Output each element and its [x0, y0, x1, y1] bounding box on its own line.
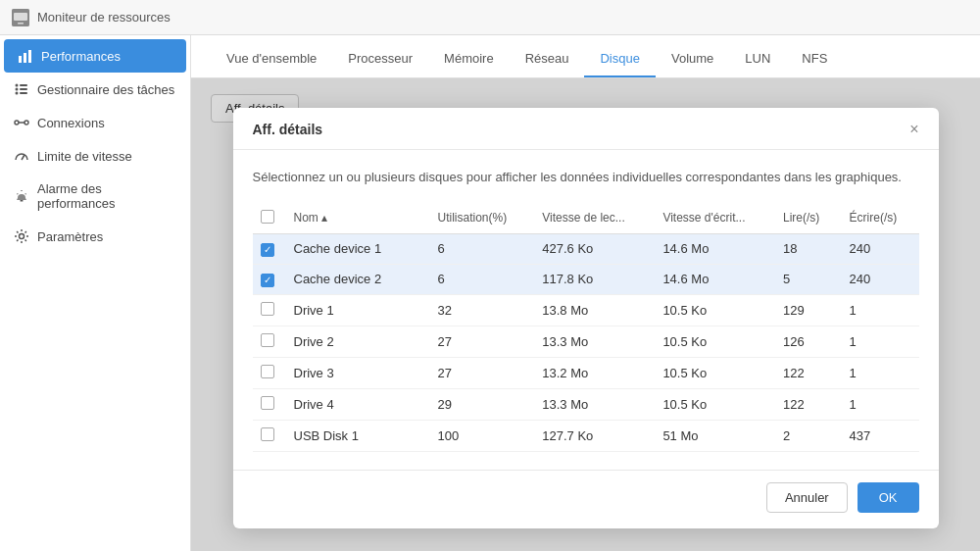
tab-volume[interactable]: Volume	[656, 41, 729, 77]
row-6-checkbox[interactable]	[261, 427, 274, 441]
row-0-lec: 427.6 Ko	[532, 233, 653, 264]
row-3-lec: 13.3 Mo	[532, 326, 653, 357]
app-icon	[12, 9, 29, 26]
sidebar-item-performances[interactable]: Performances	[4, 39, 186, 73]
svg-point-8	[16, 92, 19, 95]
row-7-utilisation: 6	[427, 451, 532, 458]
row-3-ecrire: 1	[840, 326, 919, 357]
svg-rect-4	[24, 53, 26, 63]
row-2-ecrit: 10.5 Ko	[653, 294, 773, 326]
tab-nfs[interactable]: NFS	[786, 41, 843, 77]
row-5-checkbox-cell	[253, 388, 284, 420]
connection-icon	[14, 115, 29, 130]
svg-rect-16	[21, 200, 24, 202]
sidebar-item-performances-label: Performances	[41, 49, 121, 64]
row-7-name: Drive 1 (DX517-1)	[284, 451, 428, 458]
col-ecrire: Écrire(/s)	[840, 203, 919, 234]
row-1-utilisation: 6	[427, 264, 532, 294]
sidebar-item-alarme[interactable]: Alarme des performances	[0, 173, 190, 220]
row-6-lec: 127.7 Ko	[532, 420, 653, 451]
row-3-checkbox-cell	[253, 326, 284, 357]
modal-header: Aff. détails ×	[233, 108, 939, 150]
topbar: Moniteur de ressources	[0, 0, 980, 35]
svg-rect-11	[20, 92, 27, 94]
alarm-icon	[14, 188, 29, 204]
col-utilisation: Utilisation(%)	[427, 203, 532, 234]
row-0-checkbox-cell	[253, 233, 284, 264]
row-4-name: Drive 3	[284, 357, 428, 388]
row-6-lire: 2	[773, 420, 840, 451]
table-row: Drive 13213.8 Mo10.5 Ko1291	[253, 294, 919, 326]
sidebar-item-parametres[interactable]: Paramètres	[0, 220, 190, 253]
sidebar-item-limite-label: Limite de vitesse	[37, 149, 132, 164]
row-4-utilisation: 27	[427, 357, 532, 388]
tab-disque[interactable]: Disque	[584, 41, 655, 77]
tab-lun[interactable]: LUN	[729, 41, 786, 77]
modal-overlay: Aff. détails × Sélectionnez un ou plusie…	[191, 78, 980, 551]
sidebar-item-connexions[interactable]: Connexions	[0, 106, 190, 139]
modal-body: Sélectionnez un ou plusieurs disques pou…	[233, 150, 939, 470]
svg-line-15	[22, 155, 24, 160]
row-2-lec: 13.8 Mo	[532, 294, 653, 326]
row-0-checkbox[interactable]	[261, 243, 274, 257]
modal-title: Aff. détails	[253, 122, 323, 137]
svg-rect-3	[19, 56, 22, 63]
row-0-lire: 18	[773, 233, 840, 264]
sidebar-item-alarme-label: Alarme des performances	[37, 181, 176, 211]
row-1-checkbox[interactable]	[261, 274, 274, 287]
content-area: Vue d'ensemble Processeur Mémoire Réseau…	[191, 35, 980, 551]
modal-table-wrap[interactable]: Nom ▴ Utilisation(%) Vitesse de lec... V…	[253, 203, 919, 458]
row-2-lire: 129	[773, 294, 840, 326]
row-0-name: Cache device 1	[284, 233, 428, 264]
speed-icon	[14, 148, 29, 164]
table-row: Drive 22713.3 Mo10.5 Ko1261	[253, 326, 919, 357]
row-4-checkbox[interactable]	[261, 365, 274, 378]
modal-footer: Annuler OK	[233, 470, 939, 528]
row-1-name: Cache device 2	[284, 264, 428, 294]
row-6-name: USB Disk 1	[284, 420, 428, 451]
row-3-ecrit: 10.5 Ko	[653, 326, 773, 357]
modal-description: Sélectionnez un ou plusieurs disques pou…	[253, 168, 919, 187]
row-4-ecrit: 10.5 Ko	[653, 357, 773, 388]
row-2-ecrire: 1	[840, 294, 919, 326]
ok-button[interactable]: OK	[858, 482, 919, 513]
row-1-ecrire: 240	[840, 264, 919, 294]
cancel-button[interactable]: Annuler	[766, 482, 848, 513]
row-7-checkbox-cell	[253, 451, 284, 458]
row-4-ecrire: 1	[840, 357, 919, 388]
row-1-lire: 5	[773, 264, 840, 294]
tab-reseau[interactable]: Réseau	[510, 41, 585, 77]
row-2-checkbox-cell	[253, 294, 284, 326]
tab-processeur[interactable]: Processeur	[332, 41, 428, 77]
tab-vue[interactable]: Vue d'ensemble	[211, 41, 332, 77]
svg-rect-1	[14, 13, 27, 21]
tab-memoire[interactable]: Mémoire	[428, 41, 510, 77]
select-all-checkbox[interactable]	[261, 210, 274, 224]
row-7-ecrire: 0	[840, 451, 919, 458]
table-header: Nom ▴ Utilisation(%) Vitesse de lec... V…	[253, 203, 919, 234]
content-body: Aff. détails 0 155 Vitesse d'écriture (M…	[191, 78, 980, 551]
svg-point-6	[16, 84, 19, 87]
svg-rect-2	[18, 23, 24, 25]
row-6-utilisation: 100	[427, 420, 532, 451]
modal-dialog: Aff. détails × Sélectionnez un ou plusie…	[233, 108, 939, 528]
row-0-utilisation: 6	[427, 233, 532, 264]
sidebar-item-gestionnaire[interactable]: Gestionnaire des tâches	[0, 73, 190, 106]
table-row: Drive 1 (DX517-1)65.6 Mo0 Octets140	[253, 451, 919, 458]
tasks-icon	[14, 81, 29, 97]
col-ecrit: Vitesse d'écrit...	[653, 203, 773, 234]
row-7-lire: 14	[773, 451, 840, 458]
sidebar-item-parametres-label: Paramètres	[37, 229, 103, 244]
table-row: Drive 32713.2 Mo10.5 Ko1221	[253, 357, 919, 388]
table-row: USB Disk 1100127.7 Ko51 Mo2437	[253, 420, 919, 451]
row-5-checkbox[interactable]	[261, 396, 274, 410]
sidebar-item-gestionnaire-label: Gestionnaire des tâches	[37, 82, 174, 97]
row-1-checkbox-cell	[253, 264, 284, 294]
row-3-lire: 126	[773, 326, 840, 357]
table-body: Cache device 16427.6 Ko14.6 Mo18240Cache…	[253, 233, 919, 458]
sidebar-item-limite[interactable]: Limite de vitesse	[0, 139, 190, 173]
modal-close-button[interactable]: ×	[909, 122, 918, 137]
row-2-checkbox[interactable]	[261, 302, 274, 316]
col-nom: Nom ▴	[284, 203, 428, 234]
row-3-checkbox[interactable]	[261, 333, 274, 347]
